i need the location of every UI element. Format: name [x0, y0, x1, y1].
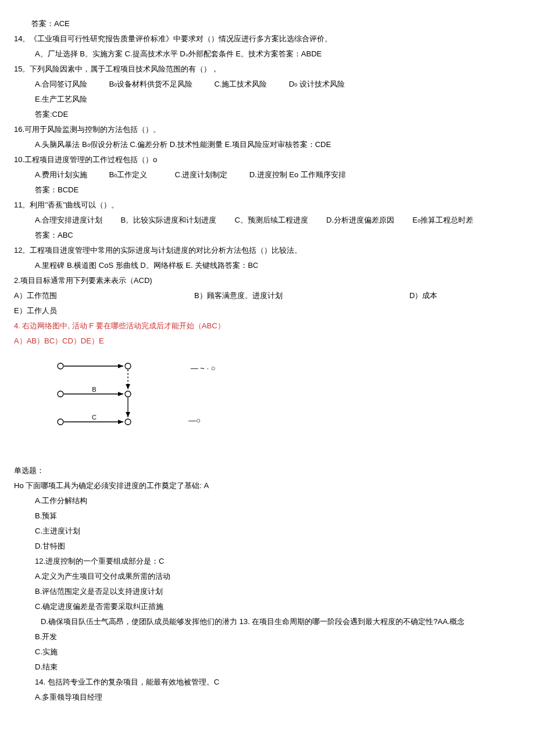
q10-answer: 答案：BCDE	[35, 182, 521, 198]
q16-options: A.头脑风暴法 B₀假设分析法 C.偏差分析 D.技术性能测量 E.项目风险应对…	[35, 137, 521, 152]
s14-opt-a: A.多重领导项目经理	[35, 690, 521, 705]
q11-answer: 答案：ABC	[35, 228, 521, 243]
h0-opt-b: B.预算	[35, 508, 521, 524]
q4-options: A）AB）BC）CD）DE）E	[14, 334, 521, 349]
label-c: C	[92, 414, 97, 421]
question-10: 10.工程项目进度管理的工作过程包括（）o	[14, 152, 521, 167]
s12-opt-d-q13: D.确保项目队伍士气高昂，使团队成员能够发挥他们的潜力 13. 在项目生命周期的…	[41, 614, 521, 629]
q2-option-e: E）工作人员	[14, 303, 521, 318]
h0-opt-c: C.主进度计划	[35, 524, 521, 539]
svg-point-8	[58, 419, 63, 425]
diagram-annot-2: ―○	[188, 416, 201, 425]
section-single-choice: 单选题：	[14, 463, 521, 478]
q12-options: A.里程碑 B.横道图 CoS 形曲线 D。网络样板 E. 关键线路答案：BC	[35, 258, 521, 273]
q2-options-row: A）工作范围 B）顾客满意度。进度计划 D）成本	[14, 288, 521, 303]
question-14: 14。《工业项目可行性研究报告质量评价标准》中要求对（）情况应进行多方案比选综合…	[14, 31, 521, 46]
svg-point-10	[125, 419, 131, 425]
network-diagram-svg: B C	[49, 359, 183, 435]
svg-point-6	[125, 391, 131, 397]
q10-options: A.费用计划实施 B₀工作定义 C.进度计划制定 D.进度控制 Eo 工作顺序安…	[35, 167, 521, 182]
question-2: 2.项目目标通常用下列要素来表示（ACD)	[14, 273, 521, 288]
svg-point-0	[58, 363, 63, 369]
opt-a: A.费用计划实施	[35, 170, 87, 179]
opt-a: A）工作范围	[14, 288, 194, 303]
question-4: 4. 右边网络图中, 活动 F 要在哪些活动完成后才能开始（ABC）	[14, 318, 521, 334]
h0-opt-a: A.工作分解结构	[35, 493, 521, 508]
network-diagram: B C ― ~ · ○ ―○	[49, 359, 521, 440]
q15-answer: 答案:CDE	[35, 107, 521, 122]
opt-c: C。预测后续工程进度	[234, 216, 308, 224]
answer-text: 答案：ACE	[31, 16, 521, 31]
svg-point-4	[58, 391, 63, 397]
question-15: 15。下列风险因素中，属于工程项目技术风险范围的有（），	[14, 62, 521, 77]
s12-opt-a: A.定义为产生项目可交付成果所需的活动	[35, 569, 521, 584]
opt-a: A.合理安排进度计划	[35, 216, 102, 224]
opt-e: E₀推算工程总时差	[412, 216, 473, 224]
question-11: 11。利用''香蕉''曲线可以（）。	[14, 198, 521, 213]
opt-b: B₀工作定义	[109, 170, 148, 179]
s12-opt-b: B.评估范围定义是否足以支持进度计划	[35, 584, 521, 599]
s13-opt-c: C.实施	[35, 644, 521, 660]
q15-options-row1: A.合同签订风险 B₀设备材料供货不足风险 C.施工技术风险 D₀ 设计技术风险	[35, 77, 521, 92]
s13-opt-b: B.开发	[35, 629, 521, 644]
diagram-annot-1: ― ~ · ○	[191, 364, 216, 372]
s12-opt-c: C.确定进度偏差是否需要采取纠正措施	[35, 599, 521, 614]
opt-a: A.合同签订风险	[35, 80, 87, 88]
question-16: 16.可用于风险监测与控制的方法包括（）。	[14, 122, 521, 137]
opt-d: D.进度控制 Eo 工作顺序安排	[249, 170, 346, 179]
question-s12: 12.进度控制的一个重要组成部分是：C	[35, 554, 521, 569]
opt-b: B）顾客满意度。进度计划	[194, 288, 409, 303]
h0-opt-d: D.甘特图	[35, 539, 521, 554]
opt-d: D）成本	[409, 288, 437, 303]
label-b: B	[92, 386, 96, 393]
q14-options: A。厂址选择 B。实施方案 C.提高技术水平 Dᵤ外部配套条件 E。技术方案答案…	[35, 46, 521, 62]
s13-opt-d: D.结束	[35, 660, 521, 675]
svg-point-2	[125, 363, 131, 369]
opt-b: B。比较实际进度和计划进度	[121, 216, 217, 224]
q11-options: A.合理安排进度计划 B。比较实际进度和计划进度 C。预测后续工程进度 D.分析…	[35, 213, 521, 228]
opt-d: D.分析进度偏差原因	[326, 216, 394, 224]
question-s14: 14. 包括跨专业工作的复杂项目，能最有效地被管理。C	[35, 675, 521, 690]
question-h0: Ho 下面哪项工具为确定必须安排进度的工作奠定了基础: A	[14, 478, 521, 493]
opt-b: B₀设备材料供货不足风险	[109, 80, 193, 88]
opt-d: D₀ 设计技术风险	[289, 80, 345, 88]
question-12: 12。工程项目进度管理中常用的实际进度与计划进度的对比分析方法包括（）比较法。	[14, 243, 521, 258]
opt-c: C.进度计划制定	[174, 170, 227, 179]
opt-c: C.施工技术风险	[214, 80, 267, 88]
q15-option-e: E.生产工艺风险	[35, 92, 521, 107]
